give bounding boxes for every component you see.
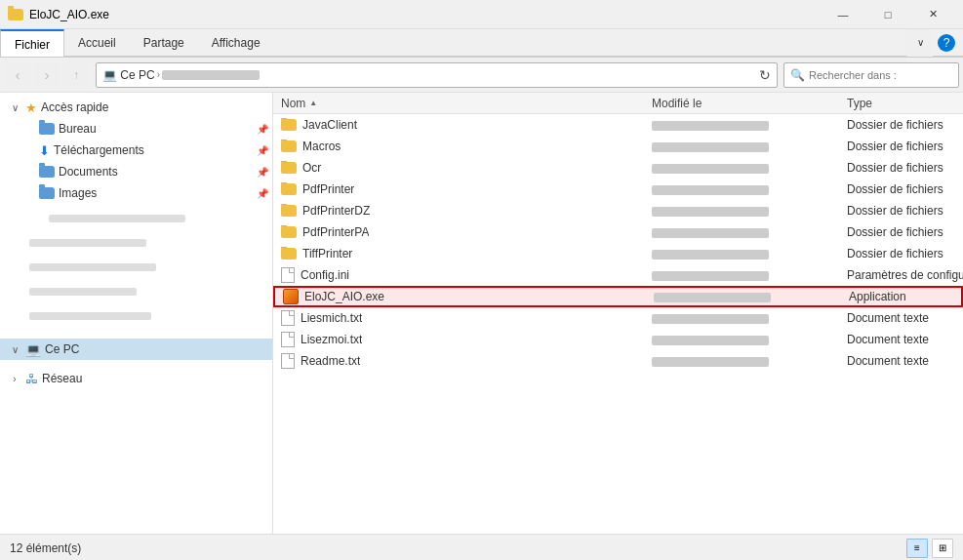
search-bar[interactable]: 🔍 <box>783 62 959 88</box>
file-date-cell <box>648 311 843 325</box>
search-icon: 🔍 <box>790 68 805 82</box>
file-type-cell: Dossier de fichiers <box>843 204 963 218</box>
window-icon <box>8 7 23 22</box>
file-row[interactable]: JavaClient Dossier de fichiers <box>273 114 963 136</box>
path-sub <box>162 70 260 80</box>
address-bar[interactable]: 💻 Ce PC › ↻ <box>96 62 778 88</box>
file-name-cell: TiffPrinter <box>277 247 648 260</box>
nav-telechargements[interactable]: ⬇ Téléchargements 📌 <box>0 140 272 161</box>
title-bar: EloJC_AIO.exe — □ ✕ <box>0 0 963 29</box>
window-title: EloJC_AIO.exe <box>29 8 109 21</box>
tab-fichier[interactable]: Fichier <box>0 29 64 57</box>
up-button[interactable]: ↑ <box>62 61 90 89</box>
file-type-cell: Paramètres de configuration <box>843 268 963 282</box>
txt-file-icon <box>281 353 295 369</box>
folder-icon <box>281 226 297 238</box>
exe-file-icon <box>283 289 299 304</box>
file-type-cell: Dossier de fichiers <box>843 161 963 175</box>
file-name-cell: Macros <box>277 140 648 153</box>
file-name-cell: Ocr <box>277 161 648 175</box>
file-name-cell: EloJC_AIO.exe <box>279 289 650 304</box>
file-date-cell <box>648 354 843 368</box>
file-row[interactable]: Lisezmoi.txt Document texte 2 KB <box>273 329 963 350</box>
view-controls: ≡ ⊞ <box>906 539 953 558</box>
search-input[interactable] <box>809 69 952 81</box>
file-date-cell <box>648 118 843 132</box>
expand-icon[interactable]: ∨ <box>8 102 21 113</box>
refresh-icon[interactable]: ↻ <box>759 67 771 83</box>
pin-icon: 📌 <box>257 167 268 178</box>
main-area: ∨ ★ Accès rapide Bureau 📌 ⬇ Téléchargeme… <box>0 93 963 534</box>
file-type-cell: Dossier de fichiers <box>843 118 963 132</box>
col-name-header[interactable]: Nom ▲ <box>277 97 648 110</box>
status-bar: 12 élément(s) ≡ ⊞ <box>0 534 963 560</box>
file-name-cell: JavaClient <box>277 118 648 132</box>
help-icon[interactable]: ? <box>938 34 955 52</box>
ribbon: Fichier Accueil Partage Affichage ∨ ? <box>0 29 963 58</box>
nav-blurred-items <box>0 204 272 331</box>
ini-file-icon <box>281 267 295 283</box>
file-date-cell <box>648 182 843 196</box>
nav-quick-access[interactable]: ∨ ★ Accès rapide <box>0 97 272 118</box>
forward-button[interactable]: › <box>33 61 60 89</box>
file-row[interactable]: Macros Dossier de fichiers <box>273 136 963 157</box>
item-count-label: 12 élément(s) <box>10 541 81 555</box>
folder-icon <box>281 183 297 195</box>
nav-pane: ∨ ★ Accès rapide Bureau 📌 ⬇ Téléchargeme… <box>0 93 273 534</box>
nav-ce-pc[interactable]: ∨ 💻 Ce PC <box>0 339 272 360</box>
file-date-cell <box>648 225 843 239</box>
file-row[interactable]: Config.ini Paramètres de configuration 1… <box>273 264 963 286</box>
file-name-cell: PdfPrinterDZ <box>277 204 648 218</box>
file-date-cell <box>648 161 843 175</box>
file-row[interactable]: PdfPrinterPA Dossier de fichiers <box>273 221 963 243</box>
file-type-cell: Dossier de fichiers <box>843 225 963 239</box>
file-name-cell: Lisezmoi.txt <box>277 332 648 347</box>
col-type-header[interactable]: Type <box>843 97 963 110</box>
maximize-button[interactable]: □ <box>865 0 910 29</box>
close-button[interactable]: ✕ <box>910 0 955 29</box>
details-view-button[interactable]: ≡ <box>906 539 928 558</box>
path-arrow: › <box>157 69 160 80</box>
file-date-cell <box>648 247 843 260</box>
col-date-header[interactable]: Modifié le <box>648 97 843 110</box>
folder-icon <box>281 162 297 174</box>
file-type-cell: Dossier de fichiers <box>843 247 963 260</box>
file-name-cell: Config.ini <box>277 267 648 283</box>
tab-partage[interactable]: Partage <box>130 29 198 56</box>
minimize-button[interactable]: — <box>821 0 865 29</box>
title-bar-controls: — □ ✕ <box>821 0 955 29</box>
tab-accueil[interactable]: Accueil <box>64 29 130 56</box>
file-name-cell: PdfPrinterPA <box>277 225 648 239</box>
title-bar-left: EloJC_AIO.exe <box>8 7 109 22</box>
file-row[interactable]: TiffPrinter Dossier de fichiers <box>273 243 963 264</box>
file-type-cell: Document texte <box>843 354 963 368</box>
tab-affichage[interactable]: Affichage <box>198 29 274 56</box>
pin-icon: 📌 <box>257 188 268 199</box>
nav-reseau[interactable]: › 🖧 Réseau <box>0 368 272 389</box>
nav-images[interactable]: Images 📌 <box>0 182 272 204</box>
nav-bureau[interactable]: Bureau 📌 <box>0 118 272 140</box>
expand-icon[interactable]: ∨ <box>8 344 21 355</box>
file-list: Nom ▲ Modifié le Type Taille JavaClient … <box>273 93 963 534</box>
expand-icon[interactable]: › <box>8 374 21 384</box>
file-row-exe[interactable]: EloJC_AIO.exe Application 1 431 KB <box>273 286 963 307</box>
path-root: 💻 Ce PC <box>102 68 155 82</box>
file-date-cell <box>648 333 843 346</box>
file-row[interactable]: PdfPrinter Dossier de fichiers <box>273 179 963 200</box>
file-row[interactable]: Ocr Dossier de fichiers <box>273 157 963 179</box>
sort-arrow-icon: ▲ <box>309 99 317 107</box>
file-list-header: Nom ▲ Modifié le Type Taille <box>273 93 963 114</box>
address-path: 💻 Ce PC › <box>102 68 753 82</box>
nav-documents[interactable]: Documents 📌 <box>0 161 272 182</box>
folder-icon <box>281 140 297 152</box>
chevron-down-icon[interactable]: ∨ <box>906 29 934 57</box>
large-icons-view-button[interactable]: ⊞ <box>932 539 953 558</box>
ribbon-tabs: Fichier Accueil Partage Affichage ∨ ? <box>0 29 963 57</box>
file-row[interactable]: Readme.txt Document texte 2 KB <box>273 350 963 372</box>
back-button[interactable]: ‹ <box>4 61 31 89</box>
file-type-cell: Application <box>845 290 963 303</box>
file-row[interactable]: PdfPrinterDZ Dossier de fichiers <box>273 200 963 221</box>
file-row[interactable]: Liesmich.txt Document texte 2 KB <box>273 307 963 329</box>
file-type-cell: Dossier de fichiers <box>843 182 963 196</box>
file-date-cell <box>648 268 843 282</box>
